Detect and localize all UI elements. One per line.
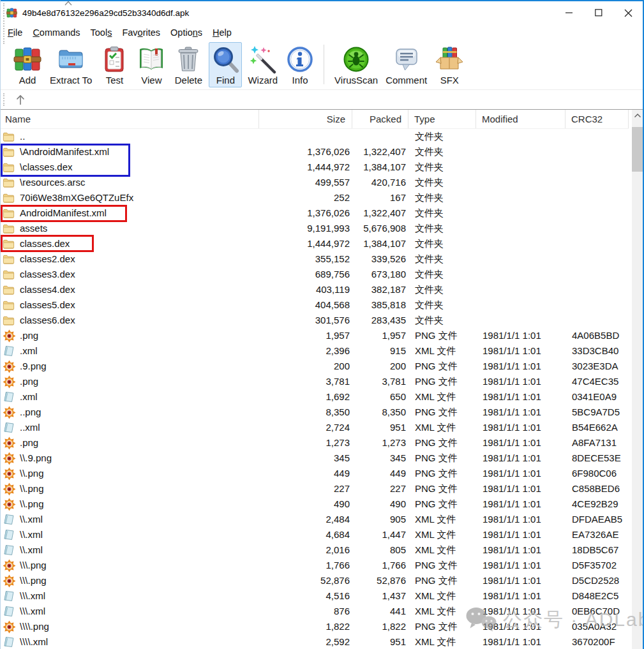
file-size: 345 bbox=[259, 451, 352, 466]
file-modified bbox=[476, 267, 565, 282]
table-row[interactable]: \\.xml4,6841,447XML 文件1981/1/1 1:01EA732… bbox=[0, 527, 629, 542]
toolbar-grip[interactable] bbox=[3, 3, 4, 44]
file-name-cell: ..xml bbox=[0, 420, 259, 435]
menu-commands[interactable]: Commands bbox=[27, 26, 85, 39]
file-crc32: 4A06B5BD bbox=[565, 328, 629, 343]
table-row[interactable]: classes6.dex301,576283,435文件夹 bbox=[0, 313, 629, 328]
table-row[interactable]: .png3,7813,781PNG 文件1981/1/1 1:0147C4EC3… bbox=[0, 374, 629, 389]
wizard-button[interactable]: Wizard bbox=[246, 42, 280, 87]
table-row[interactable]: .xml1,692650XML 文件1981/1/1 1:010341E0A9 bbox=[0, 389, 629, 405]
add-button[interactable]: Add bbox=[11, 42, 44, 87]
folder-icon bbox=[3, 145, 18, 159]
column-header-type[interactable]: Type bbox=[408, 110, 476, 128]
file-crc32 bbox=[565, 144, 629, 160]
file-type: PNG 文件 bbox=[408, 619, 476, 634]
table-row[interactable]: classes4.dex403,119382,187文件夹 bbox=[0, 282, 629, 297]
table-row[interactable]: classes.dex1,444,9721,384,107文件夹 bbox=[0, 236, 629, 251]
column-header-size[interactable]: Size bbox=[259, 110, 352, 128]
file-modified: 1981/1/1 1:01 bbox=[476, 619, 565, 634]
table-row[interactable]: .png1,2731,273PNG 文件1981/1/1 1:01A8FA713… bbox=[0, 435, 629, 451]
file-modified bbox=[476, 236, 565, 251]
file-name: 70i6We38mXGe6QTZuEfx bbox=[20, 190, 133, 205]
file-packed bbox=[352, 129, 408, 144]
file-modified: 1981/1/1 1:01 bbox=[476, 542, 565, 558]
test-button[interactable]: Test bbox=[98, 42, 131, 87]
file-packed: 951 bbox=[352, 420, 408, 435]
menu-favorites[interactable]: Favorites bbox=[117, 26, 165, 39]
table-row[interactable]: \resources.arsc499,557420,716文件夹 bbox=[0, 175, 629, 190]
xml-icon bbox=[3, 605, 18, 618]
column-header-modified[interactable]: Modified bbox=[476, 110, 565, 128]
file-type: 文件夹 bbox=[408, 160, 476, 175]
table-row[interactable]: \\.png227227PNG 文件1981/1/1 1:01C858BED6 bbox=[0, 481, 629, 496]
close-button[interactable] bbox=[613, 1, 643, 24]
test-icon bbox=[100, 45, 129, 74]
table-row[interactable]: .9.png200200PNG 文件1981/1/1 1:013023E3DA bbox=[0, 359, 629, 374]
file-name: .9.png bbox=[20, 359, 47, 374]
table-row[interactable]: \\.xml2,016805XML 文件1981/1/1 1:0118DB5C6… bbox=[0, 542, 629, 558]
menu-file[interactable]: File bbox=[3, 26, 27, 39]
file-size: 200 bbox=[259, 359, 352, 374]
table-row[interactable]: \\\.png52,87652,876PNG 文件1981/1/1 1:01D5… bbox=[0, 573, 629, 588]
file-packed: 420,716 bbox=[352, 175, 408, 190]
vertical-scrollbar[interactable] bbox=[632, 110, 643, 649]
table-row[interactable]: .png1,9571,957PNG 文件1981/1/1 1:014A06B5B… bbox=[0, 328, 629, 343]
file-type: 文件夹 bbox=[408, 205, 476, 221]
table-row[interactable]: classes3.dex689,756673,180文件夹 bbox=[0, 267, 629, 282]
folder-icon bbox=[3, 222, 18, 235]
file-name: \AndroidManifest.xml bbox=[20, 144, 109, 160]
table-row[interactable]: .xml2,396915XML 文件1981/1/1 1:0133D3CB40 bbox=[0, 343, 629, 359]
menu-tools[interactable]: Tools bbox=[86, 26, 117, 39]
file-name-cell: \\.xml bbox=[0, 542, 259, 558]
scroll-up-button[interactable] bbox=[632, 110, 643, 121]
table-row[interactable]: \classes.dex1,444,9721,384,107文件夹 bbox=[0, 160, 629, 175]
column-header-name[interactable]: Name bbox=[0, 110, 259, 128]
up-one-level-button[interactable] bbox=[11, 92, 30, 108]
table-row[interactable]: \\\.png1,7661,766PNG 文件1981/1/1 1:01D5F3… bbox=[0, 558, 629, 573]
table-row[interactable]: 70i6We38mXGe6QTZuEfx252167文件夹 bbox=[0, 190, 629, 205]
file-type: PNG 文件 bbox=[408, 405, 476, 420]
table-row[interactable]: \\\\.xml2,592951XML 文件1981/1/1 1:0136702… bbox=[0, 634, 629, 649]
column-header-packed[interactable]: Packed bbox=[352, 110, 408, 128]
maximize-button[interactable] bbox=[584, 1, 613, 24]
minimize-button[interactable] bbox=[555, 1, 584, 24]
menu-help[interactable]: Help bbox=[207, 26, 237, 39]
file-name-cell: AndroidManifest.xml bbox=[0, 205, 259, 221]
addressbar-grip[interactable] bbox=[3, 93, 4, 106]
table-row[interactable]: \\.png449449PNG 文件1981/1/1 1:016F980C06 bbox=[0, 466, 629, 481]
table-row[interactable]: ..文件夹 bbox=[0, 129, 629, 144]
file-name-cell: .png bbox=[0, 435, 259, 451]
file-name-cell: .xml bbox=[0, 389, 259, 405]
menu-options[interactable]: Options bbox=[165, 26, 207, 39]
table-row[interactable]: \\.xml2,484905XML 文件1981/1/1 1:01DFDAEAB… bbox=[0, 512, 629, 527]
file-modified: 1981/1/1 1:01 bbox=[476, 573, 565, 588]
table-row[interactable]: ..xml2,724951XML 文件1981/1/1 1:01B54E662A bbox=[0, 420, 629, 435]
table-row[interactable]: AndroidManifest.xml1,376,0261,322,407文件夹 bbox=[0, 205, 629, 221]
table-row[interactable]: \\.9.png345345PNG 文件1981/1/1 1:018DECE53… bbox=[0, 451, 629, 466]
table-row[interactable]: \\\.xml876441XML 文件1981/1/1 1:010EB6C70D bbox=[0, 604, 629, 619]
comment-button[interactable]: Comment bbox=[384, 42, 429, 87]
table-row[interactable]: \\.png490490PNG 文件1981/1/1 1:014CE92B29 bbox=[0, 496, 629, 512]
table-row[interactable]: \\\.xml4,5161,437XML 文件1981/1/1 1:01D848… bbox=[0, 588, 629, 604]
delete-button[interactable]: Delete bbox=[172, 42, 205, 87]
info-button[interactable]: Info bbox=[283, 42, 317, 87]
png-icon bbox=[3, 482, 18, 496]
extract-button[interactable]: Extract To bbox=[48, 42, 94, 87]
sfx-button[interactable]: SFX bbox=[433, 42, 466, 87]
file-packed: 5,676,908 bbox=[352, 221, 408, 236]
table-row[interactable]: assets9,191,9935,676,908文件夹 bbox=[0, 221, 629, 236]
table-row[interactable]: classes2.dex355,152339,526文件夹 bbox=[0, 251, 629, 267]
column-header-crc32[interactable]: CRC32 bbox=[565, 110, 629, 128]
virusscan-button[interactable]: VirusScan bbox=[333, 42, 380, 87]
view-button[interactable]: View bbox=[135, 42, 168, 87]
titlebar[interactable]: 49b4e8d76132e296a29cd52b3340d6df.apk bbox=[0, 1, 644, 24]
table-row[interactable]: \\\\.png1,8221,822PNG 文件1981/1/1 1:01035… bbox=[0, 619, 629, 634]
address-bar bbox=[0, 90, 644, 110]
table-row[interactable]: ..png8,3508,350PNG 文件1981/1/1 1:015BC9A7… bbox=[0, 405, 629, 420]
file-crc32: 5BC9A7D5 bbox=[565, 405, 629, 420]
table-row[interactable]: \AndroidManifest.xml1,376,0261,322,407文件… bbox=[0, 144, 629, 160]
table-row[interactable]: classes5.dex404,568385,818文件夹 bbox=[0, 297, 629, 313]
find-button[interactable]: Find bbox=[209, 42, 242, 87]
view-label: View bbox=[141, 75, 161, 86]
scrollbar-thumb[interactable] bbox=[632, 127, 643, 172]
